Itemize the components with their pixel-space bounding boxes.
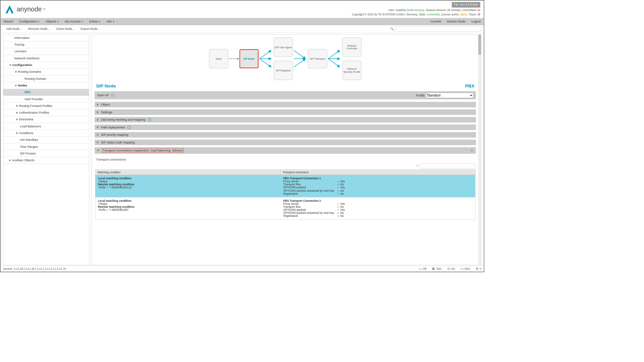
anynode-logo-icon (4, 4, 15, 15)
status-78: 🖶78% (432, 267, 441, 270)
diagram-sip-transport[interactable]: SIP Transport (308, 49, 327, 68)
menu-configuration[interactable]: Configuration▼ (16, 18, 43, 25)
app-header: anynode® TE-SYSTEMS User: anadmin (write… (1, 1, 484, 18)
sidebar-nodes[interactable]: Nodes (3, 82, 89, 89)
menu-objects[interactable]: Objects▼ (43, 18, 62, 25)
add-node-button[interactable]: Add Node... (3, 26, 25, 32)
filter-input[interactable] (420, 163, 475, 168)
status-0b: ⚙0 (476, 267, 481, 270)
main-scrollbar[interactable] (478, 35, 481, 265)
sidebar-configuration[interactable]: Configuration (3, 62, 89, 68)
diagram-sip-node[interactable]: SIP Node (239, 49, 259, 68)
svg-line-2 (260, 50, 271, 59)
sidebar-tracing[interactable]: Tracing (3, 41, 89, 48)
version-text: Version: 4.11.90 | 4.11.46 | 4.11.1 | 4.… (3, 267, 66, 270)
open-all-button[interactable]: Open all (97, 94, 109, 97)
search-input[interactable] (395, 26, 481, 32)
profile-select[interactable]: Standard (426, 93, 474, 98)
help-icon[interactable]: ? (148, 118, 151, 122)
clone-node-button[interactable]: Clone Node... (53, 26, 77, 32)
sidebar-voip-provider[interactable]: VoIP Provider (3, 96, 89, 103)
open-all-bar: Open all + Profile Standard (95, 91, 476, 99)
sidebar-load-balancers[interactable]: Load Balancers (3, 123, 89, 130)
svg-line-10 (328, 59, 340, 67)
sidebar-time-ranges[interactable]: Time Ranges (3, 143, 89, 150)
diagram-sip-user-agent[interactable]: SIP User Agent (274, 38, 293, 57)
sidebar-conditions[interactable]: Conditions (3, 130, 89, 136)
status-0a: ◷0% (447, 267, 455, 270)
svg-line-5 (294, 50, 306, 59)
status-bar: Version: 4.11.90 | 4.11.46 | 4.11.1 | 4.… (1, 266, 484, 272)
status-off: ▭Off (419, 267, 426, 270)
sidebar-sip-proxies[interactable]: SIP Proxies (3, 150, 89, 157)
brand-logo: anynode® (4, 4, 45, 15)
menu-logout[interactable]: Logout (469, 18, 484, 25)
menu-wizard[interactable]: Wizard (1, 18, 16, 25)
transport-connections-label: Transport connections (92, 156, 479, 164)
export-node-button[interactable]: Export Node... (77, 26, 103, 32)
svg-line-4 (260, 59, 271, 67)
page-subtitle: PBX (465, 83, 475, 89)
main-content: Node SIP Node SIP User Agent SIP Registr… (91, 34, 481, 265)
diagram-node[interactable]: Node (209, 49, 228, 68)
acc-settings[interactable]: Settings (95, 109, 476, 115)
header-info: TE-SYSTEMS User: anadmin (write access).… (352, 2, 480, 16)
open-all-plus-icon[interactable]: + (110, 94, 114, 97)
acc-dial-string[interactable]: Dial string rewriting and mapping? (95, 117, 476, 123)
svg-line-7 (294, 59, 306, 67)
diagram-sip-registrar[interactable]: SIP Registrar (274, 61, 293, 80)
table-row[interactable]: Local matching condition AlwaysRemote ma… (95, 175, 475, 197)
filter-icon[interactable]: ▽ (417, 164, 419, 168)
toolbar: Add Node... Remove Node... Clone Node...… (1, 25, 484, 33)
menu-monitor-mode[interactable]: Monitor Mode (444, 18, 468, 25)
sidebar-routing-forward-profiles[interactable]: Routing Forward Profiles (3, 103, 89, 109)
menu-commit[interactable]: Commit (427, 18, 444, 25)
toolbar-search: 🔍 (390, 26, 481, 32)
sidebar-authentication-profiles[interactable]: Authentication Profiles (3, 109, 89, 116)
remove-node-button[interactable]: Remove Node... (25, 26, 53, 32)
sidebar-routing-domain[interactable]: Routing Domain (3, 75, 89, 82)
te-systems-logo: TE-SYSTEMS (452, 2, 480, 8)
menu-extras[interactable]: Extras▼ (86, 18, 104, 25)
sidebar-pbx[interactable]: PBX (3, 89, 89, 96)
sidebar-auxiliary-objects[interactable]: Auxiliary Objects (3, 157, 89, 164)
search-icon: 🔍 (390, 27, 394, 31)
svg-line-8 (328, 50, 340, 59)
node-diagram: Node SIP Node SIP User Agent SIP Registr… (92, 35, 479, 83)
sidebar-network-interfaces[interactable]: Network Interfaces (3, 55, 89, 62)
diagram-network-security-profile[interactable]: Network Security Profile (342, 61, 361, 80)
status-55: ▭55% (461, 267, 470, 270)
transport-connections-table: Matching condition Transport connection … (95, 169, 476, 220)
gear-icon[interactable]: ⚙ (471, 149, 473, 153)
acc-path-replacement[interactable]: Path replacement? (95, 124, 476, 130)
diagram-network-controller[interactable]: Network Controller (342, 38, 361, 57)
sidebar-information[interactable]: Information (3, 35, 89, 41)
table-row[interactable]: Local matching condition AlwaysRemote ma… (95, 197, 475, 220)
sidebar-hot-standbys[interactable]: Hot Standbys (3, 137, 89, 143)
sidebar-routing-domains[interactable]: Routing Domains (3, 69, 89, 75)
page-title: SIP Node (96, 83, 116, 89)
col-matching-condition[interactable]: Matching condition (95, 170, 281, 175)
menu-info[interactable]: Info▼ (104, 18, 117, 25)
help-icon[interactable]: ? (127, 125, 131, 129)
acc-sip-status-code[interactable]: SIP status code mapping (95, 140, 476, 145)
acc-transport-connections[interactable]: Transport connections (registration, loa… (95, 147, 476, 154)
menu-my-account[interactable]: My Account▼ (62, 18, 86, 25)
sidebar-directories[interactable]: Directories (3, 116, 89, 123)
acc-object[interactable]: Object (95, 102, 476, 108)
col-transport-connection[interactable]: Transport connection (281, 170, 475, 175)
acc-sip-priority[interactable]: SIP priority mapping (95, 132, 476, 138)
sidebar-nav: Information Tracing Licenses Network Int… (3, 34, 89, 265)
sidebar-licenses[interactable]: Licenses (3, 48, 89, 55)
menu-bar: Wizard Configuration▼ Objects▼ My Accoun… (1, 18, 484, 25)
